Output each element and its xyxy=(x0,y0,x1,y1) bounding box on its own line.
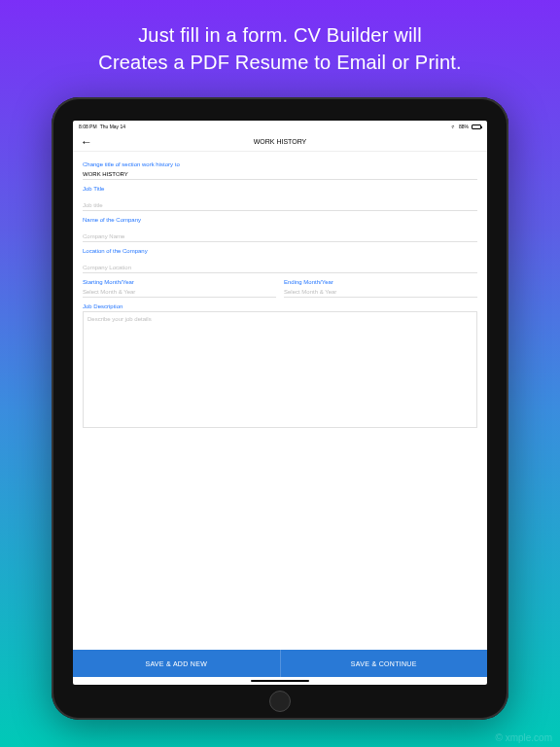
section-title-value[interactable]: WORK HISTORY xyxy=(83,169,477,180)
job-title-label: Job Title xyxy=(83,186,477,192)
promo-line2: Creates a PDF Resume to Email or Print. xyxy=(98,49,461,76)
promo-headline: Just fill in a form. CV Builder will Cre… xyxy=(98,21,461,76)
date-row: Starting Month/Year Select Month & Year … xyxy=(83,273,477,298)
screen: 8:08 PM Thu May 14 ᯤ 88% ← WORK HISTORY … xyxy=(73,121,487,685)
location-input[interactable] xyxy=(83,263,477,273)
location-label: Location of the Company xyxy=(83,248,477,254)
save-continue-button[interactable]: SAVE & CONTINUE xyxy=(281,650,488,677)
battery-icon xyxy=(472,124,481,129)
tablet-frame: 8:08 PM Thu May 14 ᯤ 88% ← WORK HISTORY … xyxy=(52,97,508,720)
start-date-select[interactable]: Select Month & Year xyxy=(83,287,276,298)
job-title-input[interactable] xyxy=(83,200,477,211)
work-history-form: Change title of section work history to … xyxy=(73,152,487,650)
description-textarea[interactable] xyxy=(83,311,477,428)
end-date-label: Ending Month/Year xyxy=(284,279,477,285)
promo-line1: Just fill in a form. CV Builder will xyxy=(98,21,461,49)
section-title-label: Change title of section work history to xyxy=(83,161,477,167)
wifi-icon: ᯤ xyxy=(451,124,456,129)
status-time: 8:08 PM xyxy=(79,124,97,129)
save-add-new-button[interactable]: SAVE & ADD NEW xyxy=(73,650,281,677)
watermark: © xmple.com xyxy=(496,732,553,743)
start-date-label: Starting Month/Year xyxy=(83,279,276,285)
nav-bar: ← WORK HISTORY xyxy=(73,132,487,152)
button-bar: SAVE & ADD NEW SAVE & CONTINUE xyxy=(73,650,487,677)
status-date: Thu May 14 xyxy=(100,124,125,129)
home-indicator xyxy=(73,677,487,685)
page-title: WORK HISTORY xyxy=(254,138,307,145)
battery-percent: 88% xyxy=(459,124,469,129)
company-name-input[interactable] xyxy=(83,231,477,242)
status-bar: 8:08 PM Thu May 14 ᯤ 88% xyxy=(73,121,487,132)
home-button[interactable] xyxy=(269,691,291,712)
end-date-select[interactable]: Select Month & Year xyxy=(284,287,477,298)
home-indicator-bar xyxy=(251,680,309,682)
description-label: Job Description xyxy=(83,303,477,309)
company-name-label: Name of the Company xyxy=(83,217,477,223)
back-arrow-icon[interactable]: ← xyxy=(81,135,92,149)
